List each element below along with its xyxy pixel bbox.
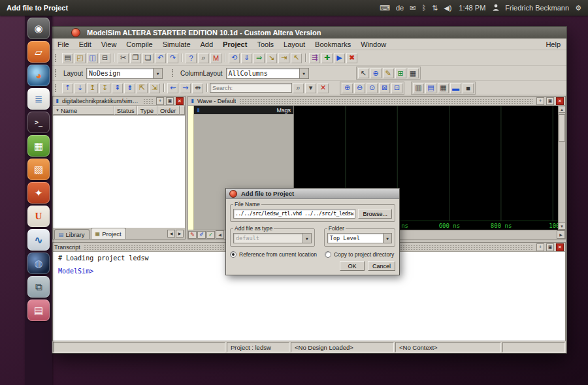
wave-edit-accept-icon[interactable]: ✓ (206, 231, 215, 239)
network-icon[interactable]: ⇅ (432, 4, 438, 12)
paste-icon[interactable]: ❏ (142, 53, 154, 63)
chevron-down-icon[interactable]: ▼ (302, 234, 311, 243)
dock-icon[interactable]: + (536, 97, 544, 105)
radio-copy-to-project[interactable]: Copy to project directory (325, 251, 394, 258)
menu-compile[interactable]: Compile (125, 40, 153, 48)
save-icon[interactable]: ◫ (87, 53, 98, 63)
launcher-item-laptops[interactable]: ▤ (27, 300, 50, 321)
tab-library[interactable]: ▤Library (54, 229, 90, 239)
column-order[interactable]: Order (157, 106, 180, 115)
bookmark-icon[interactable]: M (210, 53, 221, 63)
clock[interactable]: 1:48 PM (459, 4, 485, 12)
launcher-item-calc[interactable]: ▦ (27, 135, 50, 157)
restart-icon[interactable]: ⟲ (229, 53, 240, 63)
maximize-icon[interactable]: ▣ (546, 97, 554, 105)
launcher-item-impress[interactable]: ▧ (27, 159, 50, 180)
move-down-icon[interactable]: ↧ (99, 83, 110, 93)
zoom-full-icon[interactable]: ⊙ (367, 83, 378, 93)
cancel-button[interactable]: Cancel (368, 261, 395, 271)
search-run-icon[interactable]: ⌕ (293, 83, 304, 93)
copy-icon[interactable]: ❐ (130, 53, 141, 63)
maximize-icon[interactable]: ▣ (546, 243, 554, 251)
launcher-item-writer[interactable]: ≣ (27, 88, 50, 110)
folder-combobox[interactable]: Top Level ▼ (327, 233, 392, 243)
step-out-icon[interactable]: ↖ (291, 53, 302, 63)
select-mode-icon[interactable]: ↖ (358, 68, 369, 78)
move-up-icon[interactable]: ↥ (87, 83, 98, 93)
close-icon[interactable]: ✕ (176, 97, 184, 105)
move-bottom-icon[interactable]: ⇣ (74, 83, 86, 93)
ok-button[interactable]: OK (340, 261, 365, 271)
browse-button[interactable]: Browse... (358, 209, 392, 219)
wave-cursor-strip[interactable] (188, 106, 194, 230)
menu-window[interactable]: Window (360, 40, 387, 48)
project-panel-header[interactable]: ▮ digitaltechnikpraktikum/sim/ledsw/leds… (53, 97, 185, 106)
column-status[interactable]: Status (114, 106, 138, 115)
wave-edit-draw-icon[interactable]: ✐ (197, 231, 206, 239)
launcher-item-draw[interactable]: ✦ (27, 182, 50, 204)
keyboard-icon[interactable]: ⌨ (380, 4, 390, 12)
mail-icon[interactable]: ✉ (410, 4, 416, 12)
project-file-list[interactable] (53, 115, 185, 228)
menu-edit[interactable]: Edit (78, 40, 92, 48)
solid-icon[interactable]: ■ (463, 83, 474, 93)
column-name[interactable]: ▼Name (53, 106, 114, 115)
menu-file[interactable]: File (57, 40, 70, 48)
launcher-item-files[interactable]: ▱ (27, 41, 50, 63)
tab-scroll-right-icon[interactable]: ▶ (176, 230, 184, 238)
dock-icon[interactable]: + (156, 97, 164, 105)
step-over-icon[interactable]: ⇥ (278, 53, 289, 63)
menu-bookmarks[interactable]: Bookmarks (314, 40, 351, 48)
zoom-range-icon[interactable]: ⊡ (391, 83, 402, 93)
toolbar-grip[interactable] (55, 84, 58, 92)
menu-view[interactable]: View (101, 40, 118, 48)
zoom-cursor-icon[interactable]: ⊠ (379, 83, 390, 93)
menu-tools[interactable]: Tools (256, 40, 274, 48)
outdent-icon[interactable]: ⇟ (124, 83, 135, 93)
file-name-input[interactable] (233, 209, 355, 219)
launcher-item-ubuntu-one[interactable]: U (27, 206, 50, 227)
wave-panel-header[interactable]: ▮ Wave - Default + ▣ ✕ (188, 97, 565, 106)
launcher-item-scope[interactable]: ∿ (27, 229, 50, 251)
scrollbar-thumb[interactable] (559, 114, 565, 142)
launcher-item-terminal[interactable]: >_ (27, 112, 50, 133)
toolbar-grip[interactable] (55, 54, 58, 62)
close-icon[interactable]: ✕ (556, 97, 564, 105)
scroll-up-icon[interactable]: ▲ (558, 106, 566, 113)
prev-transition-icon[interactable]: ⇜ (167, 83, 178, 93)
drag-handle[interactable] (143, 99, 153, 104)
new-file-icon[interactable]: ▤ (62, 53, 73, 63)
redo-icon[interactable]: ↷ (167, 53, 178, 63)
step-into-icon[interactable]: ↘ (266, 53, 277, 63)
find-icon[interactable]: ⌕ (198, 53, 209, 63)
columnlayout-combobox[interactable]: AllColumns ▼ (226, 68, 309, 79)
search-clear-icon[interactable]: ✕ (318, 83, 329, 93)
dialog-titlebar[interactable]: Add file to Project (226, 189, 399, 199)
radio-reference-location[interactable]: Reference from current location (230, 251, 317, 258)
run-all-icon[interactable]: ⇶ (309, 53, 320, 63)
chevron-down-icon[interactable]: ▼ (383, 234, 391, 243)
wave-edit-cut-icon[interactable]: ✎ (188, 231, 197, 239)
toolbar-grip[interactable] (55, 69, 58, 77)
user-menu[interactable]: Friedrich Beckmann (505, 4, 569, 12)
drag-handle[interactable] (239, 99, 533, 104)
chevron-down-icon[interactable]: ▼ (299, 69, 308, 78)
search-input[interactable] (210, 83, 292, 93)
show-values-icon[interactable]: ▤ (425, 83, 436, 93)
zoom-mode-icon[interactable]: ⊕ (370, 68, 382, 78)
menu-add[interactable]: Add (200, 40, 214, 48)
menu-layout[interactable]: Layout (283, 40, 306, 48)
simulate-icon[interactable]: ▶ (334, 53, 345, 63)
dock-icon[interactable]: + (536, 243, 544, 251)
move-top-icon[interactable]: ⇡ (62, 83, 73, 93)
window-titlebar[interactable]: ModelSim ALTERA STARTER EDITION 10.1d - … (52, 27, 566, 38)
ungroup-icon[interactable]: ⇲ (149, 83, 160, 93)
wave-vertical-scrollbar[interactable]: ▲ ▼ (558, 106, 565, 230)
collapse-icon[interactable]: ▬ (450, 83, 461, 93)
file-type-combobox[interactable]: default ▼ (233, 233, 312, 243)
show-waves-icon[interactable]: ▦ (438, 83, 449, 93)
menu-help[interactable]: Help (545, 40, 561, 48)
grid-mode-icon[interactable]: ▦ (408, 68, 419, 78)
scroll-right-icon[interactable]: ▶ (557, 230, 565, 239)
scroll-left-icon[interactable]: ◀ (216, 230, 224, 239)
